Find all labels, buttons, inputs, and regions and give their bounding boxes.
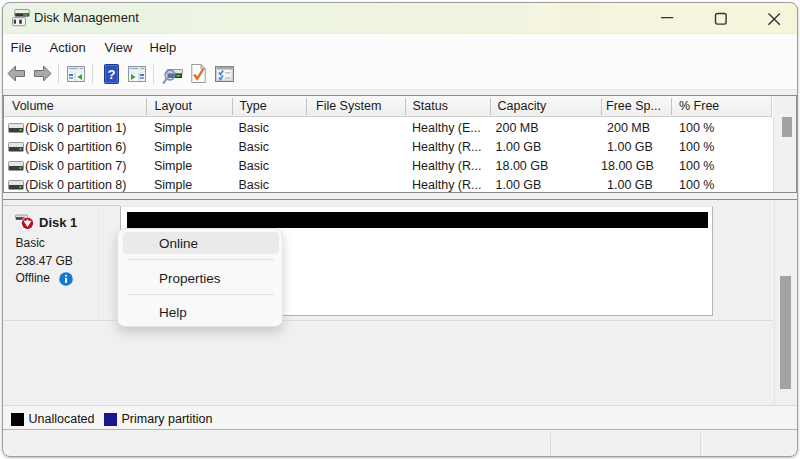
svg-text:?: ? — [108, 67, 116, 82]
